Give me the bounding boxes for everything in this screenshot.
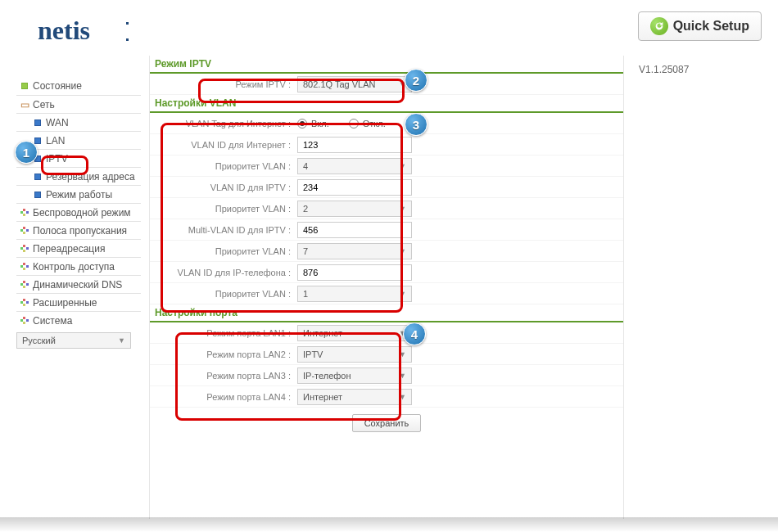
sidebar-item-system[interactable]: Система [16,311,141,329]
vlan-pri-iptv-label: Приоритет VLAN : [150,204,297,214]
refresh-icon [650,17,668,35]
chevron-down-icon: ▼ [399,350,406,358]
plus-icon [20,208,29,218]
quick-setup-label: Quick Setup [673,19,749,34]
annotation-callout-2: 2 [405,69,427,92]
vlan-id-phone-label: VLAN ID для IP-телефона : [150,268,297,277]
chevron-down-icon: ▼ [399,162,406,170]
chevron-down-icon: ▼ [399,393,406,401]
minus-icon: ▭ [20,100,29,110]
vlan-tag-label: VLAN Tag для Интернет : [150,119,297,128]
vlan-id-phone-input[interactable] [297,264,412,281]
lan4-select[interactable]: Интернет▼ [297,389,412,405]
page-shadow [0,517,778,532]
lan2-label: Режим порта LAN2 : [150,349,297,359]
vlan-id-iptv-input[interactable] [297,179,412,196]
multi-vlan-id-label: Multi-VLAN ID для IPTV : [150,225,297,235]
vlan-pri-phone-label: Приоритет VLAN : [150,289,297,299]
sidebar-item-bandwidth[interactable]: Полоса пропускания [16,221,141,239]
square-icon [33,190,43,200]
sidebar-item-access-control[interactable]: Контроль доступа [16,257,141,275]
iptv-mode-section-title: Режим IPTV [150,56,623,74]
plus-icon [20,226,29,236]
chevron-down-icon: ▼ [399,290,406,298]
iptv-mode-label: Режим IPTV : [150,79,297,89]
vlan-pri-inet-label: Приоритет VLAN : [150,161,297,171]
sidebar-item-wan[interactable]: WAN [16,113,141,131]
sidebar-item-wireless[interactable]: Беспроводной режим [16,203,141,221]
sidebar-item-ddns[interactable]: Динамический DNS [16,275,141,293]
sidebar-item-forwarding[interactable]: Переадресация [16,239,141,257]
plus-icon [20,244,29,254]
vlan-pri-inet-select[interactable]: 4▼ [297,158,412,174]
chevron-down-icon: ▼ [118,336,125,345]
sidebar-item-address-reservation[interactable]: Резервация адреса [16,167,141,185]
lan2-select[interactable]: IPTV▼ [297,346,412,363]
lan4-label: Режим порта LAN4 : [150,392,297,402]
svg-rect-1 [126,22,129,25]
annotation-callout-1: 1 [15,141,38,164]
sidebar-item-operation-mode[interactable]: Режим работы [16,185,141,203]
vlan-pri-iptv-select[interactable]: 2▼ [297,201,412,217]
vlan-pri-multi-label: Приоритет VLAN : [150,246,297,256]
lan3-select[interactable]: IP-телефон▼ [297,367,412,384]
radio-icon [349,119,359,128]
chevron-down-icon: ▼ [399,247,406,255]
quick-setup-button[interactable]: Quick Setup [638,11,762,41]
multi-vlan-id-input[interactable] [297,222,412,238]
square-icon [33,118,43,128]
square-icon [33,172,43,182]
sidebar-item-advanced[interactable]: Расширенные [16,293,141,311]
vlan-tag-off-radio[interactable]: Откл. [349,119,386,128]
vlan-pri-multi-select[interactable]: 7▼ [297,243,412,259]
iptv-mode-select[interactable]: 802.1Q Tag VLAN▼ [297,76,412,92]
annotation-callout-3: 3 [405,113,427,136]
plus-icon [20,280,29,290]
lan3-label: Режим порта LAN3 : [150,371,297,381]
annotation-callout-4: 4 [403,322,426,345]
vlan-section-title: Настройки VLAN [150,95,623,113]
vlan-id-inet-label: VLAN ID для Интернет : [150,140,297,150]
plus-icon [20,316,29,326]
vlan-id-inet-input[interactable] [297,137,412,153]
radio-icon [297,119,307,128]
vlan-id-iptv-label: VLAN ID для IPTV : [150,183,297,192]
chevron-down-icon: ▼ [399,372,406,380]
plus-icon [20,262,29,272]
plus-icon [20,298,29,308]
brand-logo: netis [38,16,144,50]
language-select[interactable]: Русский▼ [16,332,131,349]
vlan-tag-on-radio[interactable]: Вкл. [297,119,329,128]
ports-section-title: Настройки порта [150,304,623,322]
firmware-version: V1.1.25087 [632,64,762,75]
sidebar-item-network[interactable]: ▭Сеть [16,95,141,113]
main-content: Режим IPTV Режим IPTV : 802.1Q Tag VLAN▼… [149,56,624,519]
sidebar-item-status[interactable]: Состояние [16,77,141,95]
svg-rect-2 [126,38,129,41]
sidebar: Состояние ▭Сеть WAN LAN IPTV Резервация … [16,56,141,519]
save-button[interactable]: Сохранить [352,414,422,432]
lan1-label: Режим порта LAN1 : [150,328,297,338]
vlan-pri-phone-select[interactable]: 1▼ [297,286,412,302]
lan1-select[interactable]: Интернет▼ [297,325,412,341]
chevron-down-icon: ▼ [399,205,406,213]
status-icon [20,81,29,91]
svg-text:netis: netis [38,16,90,45]
